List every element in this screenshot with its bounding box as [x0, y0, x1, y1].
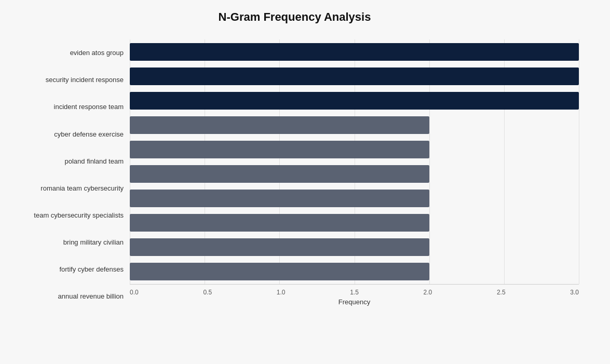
chart-container: N-Gram Frequency Analysis eviden atos gr… — [0, 0, 610, 364]
y-label: poland finland team — [65, 157, 124, 166]
bar — [130, 141, 429, 158]
bar — [130, 263, 429, 280]
grid-line — [579, 39, 579, 284]
bar-row — [130, 65, 579, 87]
y-label: team cybersecurity specialists — [34, 211, 124, 220]
chart-area: eviden atos groupsecurity incident respo… — [10, 39, 579, 310]
bars-section — [130, 39, 579, 284]
y-label: cyber defense exercise — [54, 130, 124, 139]
bar-row — [130, 139, 579, 160]
bar-row — [130, 90, 579, 112]
bars-and-x: 0.00.51.01.52.02.53.0 Frequency — [130, 39, 579, 310]
bar-row — [130, 261, 579, 282]
bar — [130, 43, 579, 61]
y-label: fortify cyber defenses — [59, 265, 124, 274]
x-axis-title: Frequency — [130, 298, 579, 306]
bar — [130, 214, 429, 232]
y-label: security incident response — [46, 76, 124, 84]
bar — [130, 116, 429, 134]
x-tick-label: 1.0 — [277, 289, 286, 296]
y-label: eviden atos group — [70, 49, 124, 57]
bar — [130, 190, 429, 207]
x-tick-label: 2.0 — [424, 289, 432, 296]
x-tick-label: 2.5 — [497, 289, 506, 296]
x-axis-area: 0.00.51.01.52.02.53.0 Frequency — [130, 284, 579, 310]
chart-title: N-Gram Frequency Analysis — [10, 10, 579, 24]
y-label: annual revenue billion — [58, 292, 124, 301]
x-tick-label: 0.0 — [130, 289, 139, 296]
bar-row — [130, 163, 579, 185]
bar — [130, 238, 429, 256]
bar-row — [130, 187, 579, 209]
y-label: romania team cybersecurity — [40, 184, 124, 193]
x-tick-labels: 0.00.51.01.52.02.53.0 — [130, 285, 579, 296]
bar — [130, 68, 579, 85]
x-tick-label: 0.5 — [203, 289, 212, 296]
y-label: incident response team — [54, 103, 124, 111]
bar-row — [130, 212, 579, 234]
bar — [130, 165, 429, 183]
y-label: bring military civilian — [63, 238, 124, 247]
bar-row — [130, 114, 579, 136]
x-tick-label: 3.0 — [570, 289, 579, 296]
x-tick-label: 1.5 — [350, 289, 359, 296]
bar — [130, 92, 579, 110]
bar-row — [130, 236, 579, 258]
y-labels: eviden atos groupsecurity incident respo… — [10, 39, 130, 310]
bar-row — [130, 41, 579, 63]
